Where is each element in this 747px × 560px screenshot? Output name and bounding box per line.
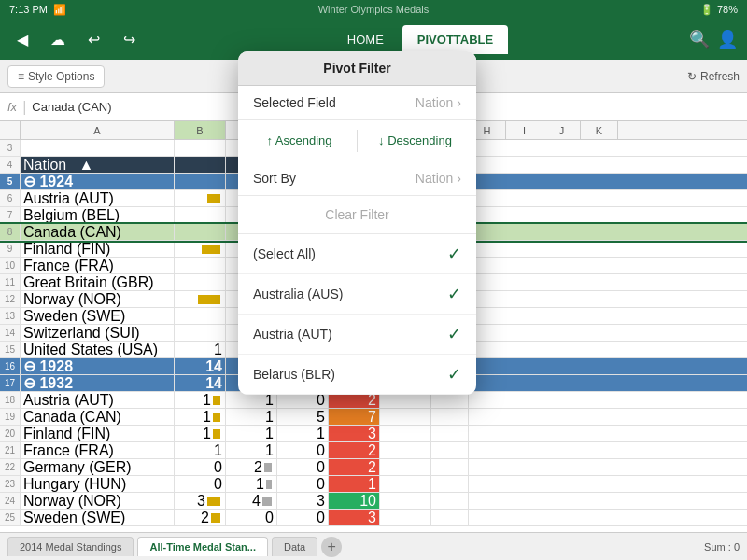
sort-chevron-icon: › [457,171,461,186]
filter-item-select-all[interactable]: (Select All) ✓ [238,234,476,274]
pivot-filter-title: Pivot Filter [238,51,476,86]
sort-by-value: Nation › [416,171,461,186]
sort-buttons-row: ↑ Ascending ↓ Descending [238,120,476,161]
selected-field-label: Selected Field [253,95,416,110]
check-icon-1: ✓ [447,284,461,304]
descending-button[interactable]: ↓ Descending [369,128,461,153]
sort-by-label: Sort By [253,171,416,186]
filter-item-label-2: Austria (AUT) [253,327,447,342]
filter-item-belarus[interactable]: Belarus (BLR) ✓ [238,355,476,395]
filter-item-label-0: (Select All) [253,246,447,261]
selected-field-value: Nation › [416,95,461,110]
filter-item-label-1: Australia (AUS) [253,287,447,301]
clear-filter-button[interactable]: Clear Filter [238,196,476,234]
pivot-filter-popup: Pivot Filter Selected Field Nation › ↑ A… [238,51,476,395]
sort-divider [357,130,358,152]
check-icon-0: ✓ [447,244,461,264]
selected-field-row[interactable]: Selected Field Nation › [238,86,476,120]
filter-item-austria[interactable]: Austria (AUT) ✓ [238,315,476,355]
filter-item-label-3: Belarus (BLR) [253,367,447,382]
sort-by-value-text: Nation [416,171,453,186]
check-icon-2: ✓ [447,324,461,344]
ascending-button[interactable]: ↑ Ascending [253,128,345,153]
selected-field-value-text: Nation [416,95,453,110]
pivot-filter-overlay: Pivot Filter Selected Field Nation › ↑ A… [0,0,747,560]
check-icon-3: ✓ [447,364,461,385]
chevron-right-icon: › [457,95,461,110]
sort-by-row[interactable]: Sort By Nation › [238,161,476,196]
filter-item-australia[interactable]: Australia (AUS) ✓ [238,274,476,315]
